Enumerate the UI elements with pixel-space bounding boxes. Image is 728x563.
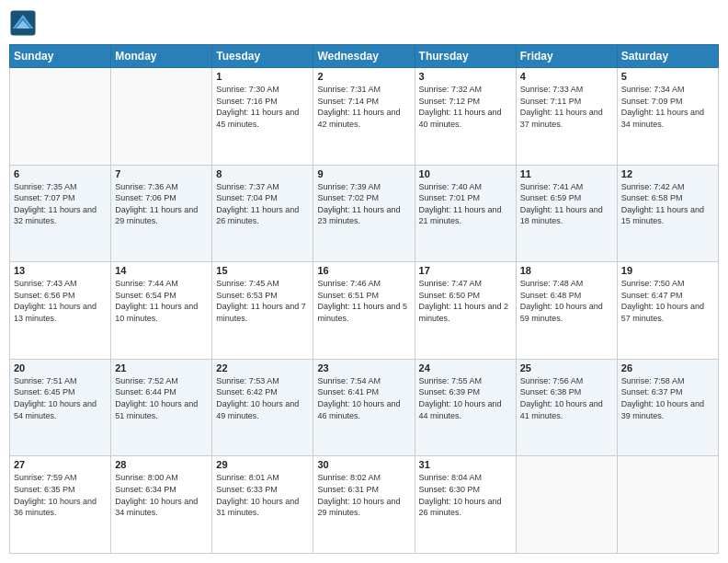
calendar-week-row: 20Sunrise: 7:51 AM Sunset: 6:45 PM Dayli… (10, 359, 719, 456)
day-info: Sunrise: 7:55 AM Sunset: 6:39 PM Dayligh… (419, 375, 512, 421)
day-number: 11 (520, 168, 613, 179)
calendar-cell: 24Sunrise: 7:55 AM Sunset: 6:39 PM Dayli… (415, 359, 516, 456)
calendar-cell: 9Sunrise: 7:39 AM Sunset: 7:02 PM Daylig… (313, 165, 415, 262)
day-info: Sunrise: 7:39 AM Sunset: 7:02 PM Dayligh… (317, 181, 410, 227)
day-info: Sunrise: 7:59 AM Sunset: 6:35 PM Dayligh… (14, 472, 107, 518)
day-number: 23 (317, 362, 410, 373)
day-number: 26 (621, 362, 714, 373)
day-number: 19 (621, 265, 714, 276)
calendar-cell: 28Sunrise: 8:00 AM Sunset: 6:34 PM Dayli… (111, 456, 212, 554)
calendar-cell: 14Sunrise: 7:44 AM Sunset: 6:54 PM Dayli… (111, 262, 212, 360)
day-number: 18 (520, 265, 613, 276)
calendar-cell: 5Sunrise: 7:34 AM Sunset: 7:09 PM Daylig… (617, 68, 718, 166)
calendar-week-row: 13Sunrise: 7:43 AM Sunset: 6:56 PM Dayli… (10, 262, 719, 360)
day-number: 27 (14, 459, 107, 470)
calendar-cell: 18Sunrise: 7:48 AM Sunset: 6:48 PM Dayli… (516, 262, 617, 360)
calendar-cell: 27Sunrise: 7:59 AM Sunset: 6:35 PM Dayli… (10, 456, 111, 554)
day-number: 30 (317, 459, 410, 470)
calendar-cell: 26Sunrise: 7:58 AM Sunset: 6:37 PM Dayli… (617, 359, 718, 456)
calendar-cell: 19Sunrise: 7:50 AM Sunset: 6:47 PM Dayli… (617, 262, 718, 360)
day-number: 6 (14, 168, 107, 179)
day-number: 25 (520, 362, 613, 373)
day-number: 8 (216, 168, 309, 179)
calendar-table: SundayMondayTuesdayWednesdayThursdayFrid… (9, 44, 719, 554)
day-info: Sunrise: 7:41 AM Sunset: 6:59 PM Dayligh… (520, 181, 613, 227)
calendar-week-row: 6Sunrise: 7:35 AM Sunset: 7:07 PM Daylig… (10, 165, 719, 262)
calendar-header-row: SundayMondayTuesdayWednesdayThursdayFrid… (10, 45, 719, 68)
day-number: 21 (115, 362, 208, 373)
calendar-day-header: Monday (111, 45, 212, 68)
logo (9, 9, 39, 37)
day-info: Sunrise: 7:50 AM Sunset: 6:47 PM Dayligh… (621, 278, 714, 324)
calendar-week-row: 1Sunrise: 7:30 AM Sunset: 7:16 PM Daylig… (10, 68, 719, 166)
calendar-day-header: Wednesday (313, 45, 415, 68)
day-info: Sunrise: 7:35 AM Sunset: 7:07 PM Dayligh… (14, 181, 107, 227)
calendar-cell: 3Sunrise: 7:32 AM Sunset: 7:12 PM Daylig… (415, 68, 516, 166)
calendar-cell: 17Sunrise: 7:47 AM Sunset: 6:50 PM Dayli… (415, 262, 516, 360)
day-info: Sunrise: 7:30 AM Sunset: 7:16 PM Dayligh… (216, 84, 309, 130)
day-number: 9 (317, 168, 410, 179)
day-number: 15 (216, 265, 309, 276)
day-number: 13 (14, 265, 107, 276)
calendar-cell: 11Sunrise: 7:41 AM Sunset: 6:59 PM Dayli… (516, 165, 617, 262)
day-info: Sunrise: 7:43 AM Sunset: 6:56 PM Dayligh… (14, 278, 107, 324)
day-info: Sunrise: 7:42 AM Sunset: 6:58 PM Dayligh… (621, 181, 714, 227)
calendar-cell (111, 68, 212, 166)
calendar-cell: 15Sunrise: 7:45 AM Sunset: 6:53 PM Dayli… (212, 262, 313, 360)
day-info: Sunrise: 8:04 AM Sunset: 6:30 PM Dayligh… (419, 472, 512, 518)
day-info: Sunrise: 7:58 AM Sunset: 6:37 PM Dayligh… (621, 375, 714, 421)
day-number: 29 (216, 459, 309, 470)
day-number: 2 (317, 71, 410, 82)
day-info: Sunrise: 7:40 AM Sunset: 7:01 PM Dayligh… (419, 181, 512, 227)
calendar-week-row: 27Sunrise: 7:59 AM Sunset: 6:35 PM Dayli… (10, 456, 719, 554)
day-info: Sunrise: 7:51 AM Sunset: 6:45 PM Dayligh… (14, 375, 107, 421)
logo-icon (9, 9, 37, 37)
day-info: Sunrise: 8:01 AM Sunset: 6:33 PM Dayligh… (216, 472, 309, 518)
day-number: 22 (216, 362, 309, 373)
calendar-cell: 30Sunrise: 8:02 AM Sunset: 6:31 PM Dayli… (313, 456, 415, 554)
calendar-day-header: Thursday (415, 45, 516, 68)
calendar-cell (617, 456, 718, 554)
day-number: 28 (115, 459, 208, 470)
day-info: Sunrise: 7:56 AM Sunset: 6:38 PM Dayligh… (520, 375, 613, 421)
day-number: 1 (216, 71, 309, 82)
day-info: Sunrise: 7:45 AM Sunset: 6:53 PM Dayligh… (216, 278, 309, 324)
calendar-cell: 8Sunrise: 7:37 AM Sunset: 7:04 PM Daylig… (212, 165, 313, 262)
day-number: 20 (14, 362, 107, 373)
calendar-cell: 7Sunrise: 7:36 AM Sunset: 7:06 PM Daylig… (111, 165, 212, 262)
day-number: 3 (419, 71, 512, 82)
day-number: 5 (621, 71, 714, 82)
day-number: 24 (419, 362, 512, 373)
calendar-day-header: Friday (516, 45, 617, 68)
day-info: Sunrise: 8:00 AM Sunset: 6:34 PM Dayligh… (115, 472, 208, 518)
calendar-cell: 6Sunrise: 7:35 AM Sunset: 7:07 PM Daylig… (10, 165, 111, 262)
page: SundayMondayTuesdayWednesdayThursdayFrid… (0, 0, 728, 563)
day-number: 4 (520, 71, 613, 82)
day-info: Sunrise: 7:44 AM Sunset: 6:54 PM Dayligh… (115, 278, 208, 324)
day-info: Sunrise: 7:33 AM Sunset: 7:11 PM Dayligh… (520, 84, 613, 130)
calendar-cell: 16Sunrise: 7:46 AM Sunset: 6:51 PM Dayli… (313, 262, 415, 360)
day-number: 7 (115, 168, 208, 179)
calendar-cell: 4Sunrise: 7:33 AM Sunset: 7:11 PM Daylig… (516, 68, 617, 166)
calendar-cell: 12Sunrise: 7:42 AM Sunset: 6:58 PM Dayli… (617, 165, 718, 262)
day-info: Sunrise: 7:34 AM Sunset: 7:09 PM Dayligh… (621, 84, 714, 130)
day-info: Sunrise: 7:47 AM Sunset: 6:50 PM Dayligh… (419, 278, 512, 324)
calendar-cell: 23Sunrise: 7:54 AM Sunset: 6:41 PM Dayli… (313, 359, 415, 456)
calendar-cell: 22Sunrise: 7:53 AM Sunset: 6:42 PM Dayli… (212, 359, 313, 456)
day-info: Sunrise: 7:54 AM Sunset: 6:41 PM Dayligh… (317, 375, 410, 421)
day-info: Sunrise: 7:32 AM Sunset: 7:12 PM Dayligh… (419, 84, 512, 130)
day-number: 31 (419, 459, 512, 470)
day-number: 16 (317, 265, 410, 276)
calendar-cell: 10Sunrise: 7:40 AM Sunset: 7:01 PM Dayli… (415, 165, 516, 262)
day-number: 14 (115, 265, 208, 276)
day-info: Sunrise: 8:02 AM Sunset: 6:31 PM Dayligh… (317, 472, 410, 518)
day-info: Sunrise: 7:31 AM Sunset: 7:14 PM Dayligh… (317, 84, 410, 130)
calendar-day-header: Tuesday (212, 45, 313, 68)
calendar-cell: 31Sunrise: 8:04 AM Sunset: 6:30 PM Dayli… (415, 456, 516, 554)
day-number: 10 (419, 168, 512, 179)
calendar-cell: 25Sunrise: 7:56 AM Sunset: 6:38 PM Dayli… (516, 359, 617, 456)
day-number: 17 (419, 265, 512, 276)
calendar-cell: 20Sunrise: 7:51 AM Sunset: 6:45 PM Dayli… (10, 359, 111, 456)
day-info: Sunrise: 7:37 AM Sunset: 7:04 PM Dayligh… (216, 181, 309, 227)
day-info: Sunrise: 7:36 AM Sunset: 7:06 PM Dayligh… (115, 181, 208, 227)
